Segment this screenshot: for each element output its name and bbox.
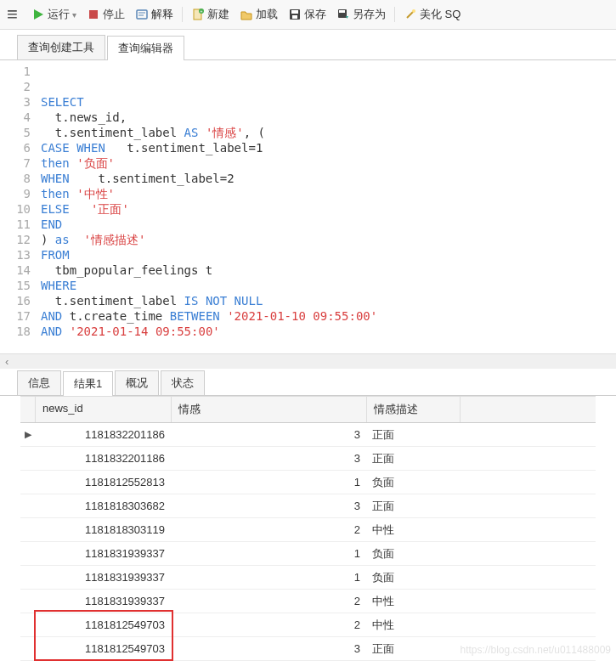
cell-desc[interactable]: 中性 (367, 618, 461, 633)
svg-rect-9 (291, 10, 298, 14)
dropdown-icon: ▾ (72, 10, 76, 20)
cell-newsid[interactable]: 1181812552813 (36, 476, 172, 488)
col-header-newsid[interactable]: news_id (36, 397, 172, 422)
line-gutter: 123456789101112131415161718 (0, 64, 41, 350)
beautify-button[interactable]: 美化 SQ (400, 5, 464, 24)
table-row[interactable]: ▶11818322011863正面 (20, 423, 596, 447)
table-row[interactable]: 11818183036823正面 (20, 494, 596, 518)
tab-result1[interactable]: 结果1 (63, 371, 113, 396)
tab-profile[interactable]: 概况 (115, 370, 159, 395)
cell-newsid[interactable]: 1181831939337 (36, 547, 172, 560)
tab-status[interactable]: 状态 (161, 370, 205, 395)
svg-text:+: + (200, 8, 202, 14)
cell-desc[interactable]: 正面 (367, 499, 461, 514)
cell-newsid[interactable]: 1181818303682 (36, 500, 172, 512)
code-area[interactable]: SELECT t.news_id, t.sentiment_label AS '… (41, 64, 616, 350)
beautify-label: 美化 SQ (420, 7, 461, 22)
cell-newsid[interactable]: 1181832201186 (36, 428, 172, 441)
cell-desc[interactable]: 正面 (367, 641, 461, 657)
cell-sentiment[interactable]: 3 (172, 428, 367, 441)
watermark: https://blog.csdn.net/u011488009 (461, 644, 611, 656)
result-panel: news_id 情感 情感描述 ▶11818322011863正面1181832… (0, 396, 616, 661)
svg-marker-0 (34, 9, 43, 20)
editor-tabs: 查询创建工具 查询编辑器 (0, 31, 616, 60)
highlight-box (34, 610, 173, 661)
explain-button[interactable]: 解释 (132, 5, 177, 24)
run-label: 运行 (48, 7, 70, 22)
grid-header: news_id 情感 情感描述 (20, 396, 596, 423)
cell-desc[interactable]: 中性 (367, 594, 461, 609)
table-row[interactable]: 11818183031192中性 (20, 518, 596, 542)
save-icon (288, 8, 302, 21)
separator (394, 7, 395, 22)
svg-point-14 (412, 9, 415, 13)
new-icon: + (191, 8, 205, 21)
svg-rect-1 (89, 10, 98, 19)
stop-icon (87, 8, 100, 21)
explain-icon (135, 8, 149, 21)
run-button[interactable]: 运行 ▾ (28, 5, 80, 24)
stop-label: 停止 (103, 7, 125, 22)
stop-button[interactable]: 停止 (83, 5, 128, 24)
cell-desc[interactable]: 正面 (367, 427, 461, 443)
cell-sentiment[interactable]: 1 (172, 547, 367, 560)
menu-icon[interactable]: ≡ (7, 3, 25, 25)
cell-newsid[interactable]: 1181832201186 (36, 452, 172, 465)
sql-editor[interactable]: 123456789101112131415161718 SELECT t.new… (0, 60, 616, 353)
load-label: 加载 (256, 7, 278, 22)
col-header-desc[interactable]: 情感描述 (367, 397, 461, 422)
explain-label: 解释 (151, 7, 173, 22)
play-icon (31, 8, 45, 21)
cell-sentiment[interactable]: 1 (172, 571, 367, 584)
saveas-button[interactable]: 另存为 (333, 5, 389, 24)
cell-sentiment[interactable]: 2 (172, 595, 367, 607)
cell-sentiment[interactable]: 1 (172, 476, 367, 488)
saveas-label: 另存为 (353, 7, 386, 22)
cell-sentiment[interactable]: 3 (172, 500, 367, 512)
cell-desc[interactable]: 负面 (367, 475, 461, 490)
col-header-sentiment[interactable]: 情感 (172, 397, 367, 422)
load-button[interactable]: 加载 (236, 5, 281, 24)
tab-query-editor[interactable]: 查询编辑器 (107, 36, 184, 60)
cell-sentiment[interactable]: 3 (172, 452, 367, 465)
cell-newsid[interactable]: 1181831939337 (36, 595, 172, 607)
cell-sentiment[interactable]: 3 (172, 642, 367, 655)
cell-sentiment[interactable]: 2 (172, 618, 367, 631)
cell-newsid[interactable]: 1181818303119 (36, 523, 172, 536)
table-row[interactable]: 11818319393371负面 (20, 566, 596, 590)
load-icon (240, 8, 253, 21)
cell-sentiment[interactable]: 2 (172, 523, 367, 536)
save-label: 保存 (304, 7, 326, 22)
svg-rect-2 (137, 10, 147, 19)
tab-query-builder[interactable]: 查询创建工具 (17, 35, 105, 59)
wand-icon (404, 8, 417, 21)
horizontal-scrollbar[interactable]: ‹ (0, 353, 616, 369)
row-marker-header (20, 397, 36, 422)
table-row[interactable]: 11818322011863正面 (20, 447, 596, 471)
table-row[interactable]: 11818125528131负面 (20, 471, 596, 494)
cell-newsid[interactable]: 1181831939337 (36, 571, 172, 584)
tab-info[interactable]: 信息 (17, 370, 61, 395)
saveas-icon (336, 8, 350, 21)
cell-desc[interactable]: 中性 (367, 522, 461, 538)
main-toolbar: ≡ 运行 ▾ 停止 解释 + 新建 加载 保存 另存为 美化 SQ (0, 0, 616, 30)
new-label: 新建 (207, 7, 229, 22)
svg-rect-12 (339, 10, 345, 13)
svg-rect-10 (292, 15, 297, 19)
cell-desc[interactable]: 负面 (367, 570, 461, 585)
row-marker: ▶ (20, 429, 36, 440)
result-tabs: 信息 结果1 概况 状态 (0, 369, 616, 396)
table-row[interactable]: 11818319393371负面 (20, 542, 596, 566)
new-button[interactable]: + 新建 (188, 5, 233, 24)
separator (182, 7, 183, 22)
cell-desc[interactable]: 负面 (367, 546, 461, 562)
cell-desc[interactable]: 正面 (367, 451, 461, 466)
save-button[interactable]: 保存 (285, 5, 330, 24)
